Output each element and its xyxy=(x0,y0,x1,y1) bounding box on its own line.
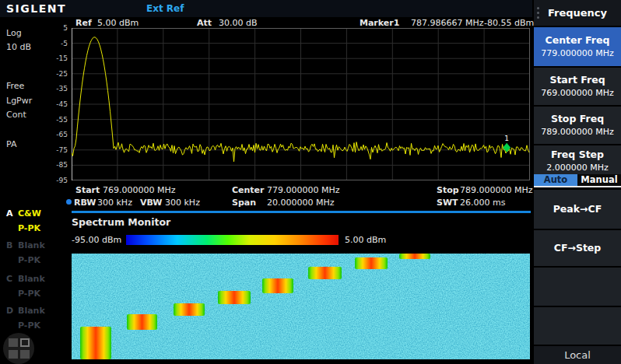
ref-level-value: 5.00 dBm xyxy=(97,18,139,28)
section-divider xyxy=(72,211,531,213)
spectrum-graph: 1 xyxy=(72,28,530,180)
trace-d-detector[interactable]: P-PK xyxy=(6,320,40,331)
amplitude-colorbar xyxy=(126,235,339,245)
spectrum-monitor-title: Spectrum Monitor xyxy=(72,216,170,228)
auto-option[interactable]: Auto xyxy=(534,174,577,186)
span-label: Span xyxy=(232,198,256,208)
start-freq-button[interactable]: Start Freq 769.000000 MHz xyxy=(534,68,621,105)
analyzer-screen: SIGLENT Ext Ref Log 10 dB Free LgPwr Con… xyxy=(0,0,621,364)
menu-grip-icon xyxy=(537,7,539,21)
waterfall-signal-block xyxy=(174,303,205,316)
y-axis-labels: 5-5-15-25-35-45-55-65-75-85-95 xyxy=(45,28,69,180)
stop-freq-value: 789.000000 MHz xyxy=(460,185,533,195)
waterfall-signal-block xyxy=(308,267,342,279)
waterfall-signal-block xyxy=(127,314,157,330)
attenuation-value: 30.00 dB xyxy=(219,18,258,28)
y-tick-label: -15 xyxy=(56,54,68,62)
menu-title: Frequency xyxy=(534,0,621,26)
center-freq-label: Center xyxy=(232,185,265,195)
y-tick-label: -45 xyxy=(56,100,68,108)
y-tick-label: 5 xyxy=(63,24,68,32)
y-tick-label: -65 xyxy=(56,131,68,138)
marker1-index: 1 xyxy=(504,135,509,142)
rbw-label: RBW xyxy=(74,198,96,208)
cf-to-step-button[interactable]: CF→Step xyxy=(534,230,621,266)
trace-b-mode[interactable]: BBlank xyxy=(6,240,45,250)
trace-b-detector[interactable]: P-PK xyxy=(6,255,40,265)
span-value: 20.000000 MHz xyxy=(267,198,335,208)
y-tick-label: -35 xyxy=(56,85,68,93)
vbw-label: VBW xyxy=(140,198,162,208)
waterfall-signal-block xyxy=(399,254,430,259)
trace-c-detector[interactable]: P-PK xyxy=(6,289,40,299)
trigger-label: Free xyxy=(6,81,24,91)
ext-ref-status: Ext Ref xyxy=(146,3,184,14)
freq-step-button[interactable]: Freq Step 2.000000 MHz Auto Manual xyxy=(534,145,621,187)
center-freq-button[interactable]: Center Freq 779.000000 MHz xyxy=(534,27,621,66)
y-tick-label: -95 xyxy=(56,177,68,184)
sweep-mode-label: Cont xyxy=(6,110,26,120)
rbw-value: 300 kHz xyxy=(97,198,132,208)
y-tick-label: -5 xyxy=(61,40,68,47)
scale-type-label: Log xyxy=(6,28,22,38)
trace-a-mode[interactable]: AC&W xyxy=(6,208,41,219)
marker-frequency: 787.986667 MHz xyxy=(411,18,484,28)
empty-softkey[interactable] xyxy=(534,268,621,306)
marker-amplitude: -80.55 dBm xyxy=(484,18,534,28)
empty-softkey[interactable] xyxy=(534,307,621,345)
manual-option[interactable]: Manual xyxy=(577,174,621,186)
attenuation-label: Att xyxy=(197,18,212,28)
y-tick-label: -55 xyxy=(56,116,68,124)
scale-div-label: 10 dB xyxy=(6,42,31,52)
stop-freq-label: Stop xyxy=(437,185,459,195)
waterfall-signal-block xyxy=(355,257,388,269)
window-layout-icon[interactable] xyxy=(3,333,34,364)
vbw-value: 300 kHz xyxy=(165,198,200,208)
top-status-bar: SIGLENT Ext Ref xyxy=(0,0,532,17)
ref-level-label: Ref xyxy=(75,18,92,28)
marker-label: Marker1 xyxy=(360,18,399,28)
swt-value: 26.000 ms xyxy=(460,198,505,208)
freq-step-toggle: Auto Manual xyxy=(534,174,621,186)
trace-a-detector[interactable]: P-PK xyxy=(6,223,40,233)
trace-c-mode[interactable]: CBlank xyxy=(6,274,45,284)
start-freq-value: 769.000000 MHz xyxy=(103,185,176,195)
local-button[interactable]: Local xyxy=(534,346,621,364)
y-tick-label: -75 xyxy=(56,146,68,154)
swt-label: SWT xyxy=(437,198,458,208)
waterfall-noise xyxy=(72,254,530,359)
start-freq-label: Start xyxy=(75,185,100,195)
power-mode-label: LgPwr xyxy=(6,96,32,106)
y-tick-label: -85 xyxy=(56,161,68,169)
layout-square-active-icon xyxy=(20,338,30,347)
trace-d-mode[interactable]: DBlank xyxy=(6,306,45,316)
waterfall-signal-block xyxy=(80,327,111,359)
waterfall-display xyxy=(72,254,530,359)
waterfall-signal-block xyxy=(218,291,251,304)
colorbar-max-value: 5.00 dBm xyxy=(345,235,386,245)
center-freq-value: 779.000000 MHz xyxy=(267,185,340,195)
softkey-menu: Frequency Center Freq 779.000000 MHz Sta… xyxy=(534,0,621,364)
preamp-label: PA xyxy=(6,139,16,149)
layout-square-icon xyxy=(9,338,18,347)
stop-freq-button[interactable]: Stop Freq 789.000000 MHz xyxy=(534,107,621,144)
layout-square-icon xyxy=(9,350,18,359)
colorbar-min-value: -95.00 dBm xyxy=(72,235,121,245)
waterfall-signal-block xyxy=(262,278,293,293)
trace-bullet-icon xyxy=(66,199,72,205)
peak-to-cf-button[interactable]: Peak→CF xyxy=(534,190,621,229)
siglent-logo: SIGLENT xyxy=(6,2,66,15)
y-tick-label: -25 xyxy=(56,70,68,78)
layout-square-icon xyxy=(20,350,30,359)
